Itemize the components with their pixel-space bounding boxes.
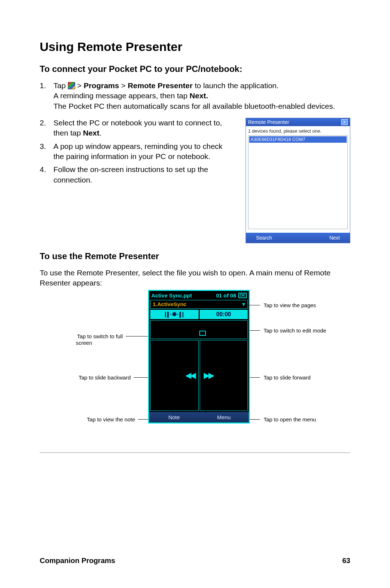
dialog-bottombar: Search Next <box>246 233 350 243</box>
step1-next: Next. <box>190 91 208 100</box>
lead-line <box>126 336 148 336</box>
step2-c: . <box>99 129 101 137</box>
close-icon[interactable]: × <box>341 119 348 125</box>
connect-steps-cont: Select the PC or notebook you want to co… <box>40 118 235 185</box>
callout-viewnote: Tap to view the note <box>40 416 135 422</box>
dialog-titlebar: Remote Presenter × <box>246 118 350 126</box>
step-3: A pop up window appears, reminding you t… <box>40 141 235 162</box>
chevron-down-icon: ▾ <box>242 301 245 308</box>
callout-backward: Tap to slide backward <box>40 374 131 381</box>
presenter-filename: Active Sync.ppt <box>151 292 192 299</box>
lead-line <box>138 419 148 420</box>
edit-icon <box>199 331 206 336</box>
presenter-figure: Active Sync.ppt 01 of 08 OK 1.ActiveSync… <box>40 290 350 445</box>
page-dropdown[interactable]: 1.ActiveSync ▾ <box>150 300 248 309</box>
callout-openmenu: Tap to open the menu <box>264 416 316 422</box>
lead-line <box>250 377 260 378</box>
step-2: Select the PC or notebook you want to co… <box>40 118 235 138</box>
lead-line <box>250 419 260 420</box>
page-counter: 01 of 08 <box>216 292 236 299</box>
presenter-top: Active Sync.ppt 01 of 08 OK <box>149 291 249 300</box>
page-footer: Companion Programs 63 <box>40 557 350 565</box>
forward-icon: ▶▶ <box>204 371 213 380</box>
connect-steps: Tap > Programs > Remote Presenter to lau… <box>40 81 350 111</box>
callout-editmode: Tap to switch to edit mode <box>264 327 326 334</box>
step1-text-a: Tap <box>53 81 68 90</box>
section-connect-heading: To connect your Pocket PC to your PC/not… <box>40 64 350 74</box>
section-use-para: To use the Remote Presenter, select the … <box>40 268 350 288</box>
devices-hint: 1 devices found, please select one. <box>248 128 348 134</box>
presenter-bottombar: Note Menu <box>149 412 249 422</box>
device-listbox[interactable]: A30E66D31F8D418 COM7 <box>248 135 348 229</box>
footer-left: Companion Programs <box>40 557 115 565</box>
remote-presenter-dialog: Remote Presenter × 1 devices found, plea… <box>246 118 350 243</box>
rewind-icon: ◀◀ <box>185 371 195 380</box>
slide-forward[interactable]: ▶▶ <box>200 340 248 411</box>
step-4: Follow the on-screen instructions to set… <box>40 164 235 185</box>
note-button[interactable]: Note <box>149 412 199 422</box>
search-button[interactable]: Search <box>256 235 272 241</box>
edit-zone[interactable] <box>150 320 248 339</box>
step1-programs: Programs <box>84 81 119 90</box>
step1-line2a: A reminding message appears, then tap <box>53 91 190 100</box>
slide-backward[interactable]: ◀◀ <box>150 340 199 411</box>
bluetooth-signal: |‖·❋·‖| <box>150 310 199 319</box>
step2-next: Next <box>83 129 100 137</box>
lead-line <box>238 305 260 305</box>
lead-line <box>250 330 260 331</box>
footer-rule <box>40 452 350 453</box>
device-item[interactable]: A30E66D31F8D418 COM7 <box>249 136 347 143</box>
step1-text-d: > <box>121 81 128 90</box>
callout-viewpages: Tap to view the pages <box>264 302 316 308</box>
ok-button[interactable]: OK <box>238 293 247 298</box>
lead-line <box>134 377 148 378</box>
menu-button[interactable]: Menu <box>199 412 249 422</box>
step1-text-b: > <box>77 81 84 90</box>
section-use-heading: To use the Remote Presenter <box>40 251 350 261</box>
page-title: Using Remote Presenter <box>40 40 350 54</box>
footer-page-number: 63 <box>342 557 350 565</box>
callout-fullscreen-1: Tap to switch to full <box>40 333 123 339</box>
step1-text-f: to launch the application. <box>195 81 278 90</box>
timer: 00:00 <box>200 310 248 319</box>
step1-remote-presenter: Remote Presenter <box>128 81 193 90</box>
step2-a: Select the PC or notebook you want to co… <box>53 119 222 137</box>
callout-fullscreen-2: screen <box>40 340 123 346</box>
signal-icon: |‖·❋·‖| <box>165 311 184 318</box>
presenter-screen: Active Sync.ppt 01 of 08 OK 1.ActiveSync… <box>148 290 250 424</box>
step-1: Tap > Programs > Remote Presenter to lau… <box>40 81 350 111</box>
dialog-title: Remote Presenter <box>248 119 289 125</box>
dropdown-label: 1.ActiveSync <box>153 301 186 307</box>
start-icon <box>68 82 75 89</box>
step1-line3: The Pocket PC then automatically scans f… <box>53 102 335 110</box>
callout-forward: Tap to slide forward <box>264 374 311 381</box>
next-button[interactable]: Next <box>329 235 340 241</box>
